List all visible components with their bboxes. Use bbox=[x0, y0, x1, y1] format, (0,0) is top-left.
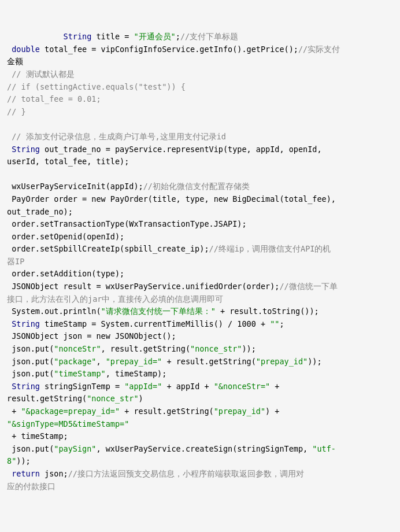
code-line: order.setSpbillCreateIp(spbill_create_ip… bbox=[7, 243, 393, 256]
code-segment: "请求微信支付统一下单结果：" bbox=[101, 306, 216, 316]
code-segment: PayOrder order = new PayOrder(title, typ… bbox=[12, 194, 336, 204]
code-block: String title = "开通会员";//支付下单标题 double to… bbox=[7, 31, 393, 493]
code-segment: "&nonceStr=" bbox=[214, 382, 271, 391]
code-segment: order.setOpenid(openId); bbox=[12, 232, 124, 241]
code-segment: wxUserPayServiceInit(appId); bbox=[12, 182, 143, 191]
code-segment: "utf- bbox=[312, 444, 336, 453]
code-segment: // 测试默认都是 bbox=[12, 69, 74, 79]
code-line: PayOrder order = new PayOrder(title, typ… bbox=[7, 193, 393, 206]
code-segment: timeStamp = System.currentTimeMillis() /… bbox=[40, 319, 270, 328]
code-segment: //微信统一下单 bbox=[279, 282, 337, 291]
code-segment: JSONObject json = new JSONObject(); bbox=[12, 331, 176, 341]
code-segment: "nonceStr" bbox=[54, 344, 101, 353]
code-line: JSONObject result = wxUserPayService.uni… bbox=[7, 280, 393, 293]
code-segment: double bbox=[12, 45, 40, 54]
code-line bbox=[7, 118, 393, 131]
code-segment: )); bbox=[16, 456, 30, 466]
code-line: json.put("timeStamp", timeStamp); bbox=[7, 368, 393, 380]
code-segment: "" bbox=[270, 319, 279, 328]
code-line: double total_fee = vipConfigInfoService.… bbox=[7, 43, 393, 56]
code-line: "&signType=MD5&timeStamp=" bbox=[7, 418, 393, 431]
code-segment: out_trade_no); bbox=[7, 207, 73, 216]
code-line: System.out.println("请求微信支付统一下单结果：" + res… bbox=[7, 305, 393, 318]
code-segment: + result.toString()); bbox=[216, 306, 319, 316]
code-line: // 添加支付记录信息，生成商户订单号,这里用支付记录id bbox=[7, 131, 393, 143]
code-segment: //终端ip，调用微信支付API的机 bbox=[209, 244, 331, 253]
code-segment: // } bbox=[7, 107, 26, 116]
code-segment: , wxUserPayService.createSign(stringSign… bbox=[96, 444, 312, 453]
code-line: 金额 bbox=[7, 56, 393, 68]
code-segment: )); bbox=[242, 344, 255, 353]
code-segment: )); bbox=[308, 357, 321, 366]
code-segment: ) bbox=[139, 394, 143, 403]
code-line: // 测试默认都是 bbox=[7, 68, 393, 81]
code-line: + "&package=prepay_id=" + result.getStri… bbox=[7, 405, 393, 418]
code-line: json.put("nonceStr", result.getString("n… bbox=[7, 343, 393, 356]
code-segment: total_fee = vipConfigInfoService.getInfo… bbox=[40, 45, 298, 54]
code-segment: out_trade_no = payService.representVip(t… bbox=[40, 145, 322, 154]
code-line: 应的付款接口 bbox=[7, 481, 393, 493]
code-segment: // if (settingActive.equals("test")) { bbox=[7, 82, 186, 91]
code-line: 接口，此方法在引入的jar中，直接传入必填的信息调用即可 bbox=[7, 293, 393, 306]
code-segment: ; bbox=[279, 319, 284, 328]
code-segment: "nonce_str" bbox=[87, 394, 138, 403]
code-segment: "prepay_id" bbox=[214, 407, 265, 416]
code-segment: "appId=" bbox=[124, 382, 162, 391]
code-segment: ; bbox=[176, 32, 180, 41]
code-line: String timeStamp = System.currentTimeMil… bbox=[7, 318, 393, 331]
code-line: 8")); bbox=[7, 455, 393, 468]
code-line: String stringSignTemp = "appId=" + appId… bbox=[7, 380, 393, 393]
code-segment: // 添加支付记录信息，生成商户订单号,这里用支付记录id bbox=[12, 132, 226, 141]
code-line: // if (settingActive.equals("test")) { bbox=[7, 81, 393, 94]
code-segment: + appId + bbox=[162, 382, 213, 391]
code-segment: 金额 bbox=[7, 57, 23, 66]
code-segment: return bbox=[12, 469, 40, 478]
code-segment: "timeStamp" bbox=[54, 369, 105, 378]
code-segment: + result.getString( bbox=[120, 407, 214, 416]
code-line: result.getString("nonce_str") bbox=[7, 393, 393, 405]
code-segment: System.out.println( bbox=[12, 306, 101, 316]
code-segment: "prepay_id" bbox=[256, 357, 308, 366]
code-segment: json; bbox=[40, 469, 68, 478]
code-segment: order.setAddition(type); bbox=[12, 269, 124, 278]
code-segment: + bbox=[12, 407, 21, 416]
code-segment: + result.getString( bbox=[162, 357, 256, 366]
code-line: return json;//接口方法返回预支交易信息，小程序前端获取返回参数，调… bbox=[7, 468, 393, 481]
code-segment: "nonce_str" bbox=[190, 344, 242, 353]
code-line: + timeStamp; bbox=[7, 430, 393, 443]
code-segment: // total_fee = 0.01; bbox=[7, 94, 101, 104]
code-segment: "paySign" bbox=[54, 444, 96, 453]
code-container: String title = "开通会员";//支付下单标题 double to… bbox=[0, 0, 400, 532]
code-segment: "package" bbox=[54, 357, 96, 366]
code-segment: json.put( bbox=[12, 357, 54, 366]
code-segment: ) + bbox=[265, 407, 279, 416]
code-segment: json.put( bbox=[12, 344, 54, 353]
code-segment: , timeStamp); bbox=[106, 369, 167, 378]
code-segment: stringSignTemp = bbox=[40, 382, 124, 391]
code-segment: String bbox=[12, 145, 40, 154]
code-segment: JSONObject result = wxUserPayService.uni… bbox=[12, 282, 279, 291]
code-segment: 接口，此方法在引入的jar中，直接传入必填的信息调用即可 bbox=[7, 294, 223, 304]
code-line: JSONObject json = new JSONObject(); bbox=[7, 330, 393, 343]
code-segment: //实际支付 bbox=[298, 45, 340, 54]
code-segment: String bbox=[64, 32, 92, 41]
code-segment: "&package=prepay_id=" bbox=[21, 407, 120, 416]
code-segment: 8" bbox=[7, 456, 16, 466]
code-line: wxUserPayServiceInit(appId);//初始化微信支付配置存… bbox=[7, 180, 393, 193]
code-segment: json.put( bbox=[12, 369, 54, 378]
code-segment: order.setTransactionType(WxTransactionTy… bbox=[12, 219, 246, 228]
code-line: out_trade_no); bbox=[7, 206, 393, 219]
code-segment: + bbox=[270, 382, 279, 391]
code-segment: //支付下单标题 bbox=[180, 32, 238, 41]
code-line: order.setOpenid(openId); bbox=[7, 231, 393, 243]
code-segment: title = bbox=[91, 32, 134, 41]
code-segment: //初始化微信支付配置存储类 bbox=[143, 182, 250, 191]
code-line bbox=[7, 168, 393, 181]
code-line: json.put("package", "prepay_id=" + resul… bbox=[7, 356, 393, 368]
code-segment: "prepay_id=" bbox=[106, 357, 162, 366]
code-line: order.setTransactionType(WxTransactionTy… bbox=[7, 218, 393, 231]
code-line: // } bbox=[7, 106, 393, 119]
code-line: userId, total_fee, title); bbox=[7, 156, 393, 168]
code-segment: , result.getString( bbox=[101, 344, 190, 353]
code-line: // total_fee = 0.01; bbox=[7, 93, 393, 106]
